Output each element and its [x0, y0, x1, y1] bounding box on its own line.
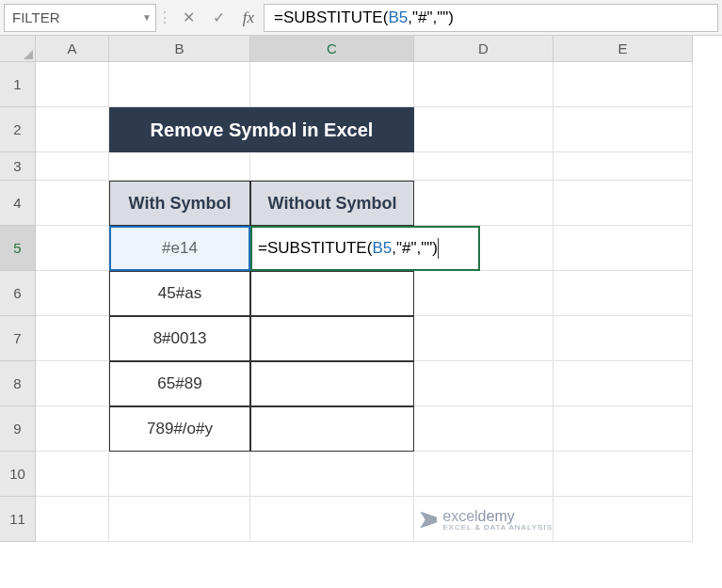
cell[interactable] — [36, 361, 109, 406]
cell-b8[interactable]: 65#89 — [109, 361, 250, 406]
table-header-with-symbol[interactable]: With Symbol — [109, 181, 250, 226]
select-all-button[interactable] — [0, 36, 36, 62]
row-header-7[interactable]: 7 — [0, 316, 36, 361]
cell[interactable] — [36, 62, 109, 107]
divider: ⋮ — [156, 4, 173, 32]
fx-icon[interactable]: fx — [233, 4, 264, 32]
page-title: Remove Symbol in Excel — [109, 107, 414, 152]
cell[interactable] — [554, 181, 693, 226]
col-header-e[interactable]: E — [554, 36, 693, 62]
cell[interactable] — [250, 452, 414, 497]
column-headers: A B C D E — [36, 36, 722, 62]
cell[interactable] — [414, 271, 554, 316]
editing-prefix: =SUBSTITUTE( — [258, 239, 372, 258]
cell[interactable] — [36, 452, 109, 497]
row-header-2[interactable]: 2 — [0, 107, 36, 152]
logo-icon — [420, 512, 437, 529]
name-box[interactable]: FILTER ▼ — [4, 4, 156, 32]
cell[interactable] — [554, 152, 693, 181]
cell[interactable] — [554, 107, 693, 152]
cell[interactable] — [36, 316, 109, 361]
cell-c7[interactable] — [250, 316, 414, 361]
brand-bold: demy — [478, 508, 515, 524]
cell[interactable] — [36, 181, 109, 226]
cell[interactable] — [36, 107, 109, 152]
row-headers: 1 2 3 4 5 6 7 8 9 10 11 — [0, 62, 36, 542]
row-header-8[interactable]: 8 — [0, 361, 36, 406]
cell-b9[interactable]: 789#/o#y — [109, 406, 250, 452]
cells-area: Remove Symbol in Excel =SUBSTITUTE(B5,"#… — [36, 62, 722, 542]
watermark: exceldemy EXCEL & DATA ANALYSIS — [420, 508, 553, 532]
text-cursor — [438, 238, 439, 259]
cell[interactable] — [36, 406, 109, 452]
cell-c6[interactable] — [250, 271, 414, 316]
cell[interactable] — [414, 316, 554, 361]
row-header-6[interactable]: 6 — [0, 271, 36, 316]
cell[interactable] — [414, 107, 554, 152]
cell[interactable] — [414, 452, 554, 497]
cell[interactable] — [554, 361, 693, 406]
formula-text-prefix: =SUBSTITUTE( — [274, 8, 388, 27]
cell[interactable] — [414, 181, 554, 226]
cell-c9[interactable] — [250, 406, 414, 452]
cell[interactable] — [36, 152, 109, 181]
cell[interactable] — [414, 361, 554, 406]
cell[interactable] — [250, 497, 414, 542]
cell[interactable] — [414, 62, 554, 107]
active-editing-cell[interactable]: =SUBSTITUTE(B5,"#","") — [250, 226, 480, 271]
cell[interactable] — [414, 152, 554, 181]
name-box-value: FILTER — [12, 9, 60, 25]
cell[interactable] — [109, 452, 250, 497]
editing-suffix: ,"#","") — [392, 239, 438, 258]
cell[interactable] — [109, 497, 250, 542]
cell[interactable] — [554, 226, 693, 271]
editing-ref: B5 — [372, 239, 392, 258]
col-header-a[interactable]: A — [36, 36, 109, 62]
cell[interactable] — [554, 452, 693, 497]
cell-b7[interactable]: 8#0013 — [109, 316, 250, 361]
formula-text-suffix: ,"#","") — [408, 8, 454, 27]
row-header-3[interactable]: 3 — [0, 152, 36, 181]
row-header-5[interactable]: 5 — [0, 226, 36, 271]
cell[interactable] — [554, 316, 693, 361]
cell[interactable] — [554, 406, 693, 452]
col-header-c[interactable]: C — [250, 36, 414, 62]
cell[interactable] — [554, 62, 693, 107]
brand-light: excel — [442, 508, 477, 524]
table-header-without-symbol[interactable]: Without Symbol — [250, 181, 414, 226]
cell-b6[interactable]: 45#as — [109, 271, 250, 316]
cell[interactable] — [36, 497, 109, 542]
row-header-11[interactable]: 11 — [0, 497, 36, 542]
row-header-10[interactable]: 10 — [0, 452, 36, 497]
cell[interactable] — [109, 62, 250, 107]
cell[interactable] — [109, 152, 250, 181]
cell[interactable] — [414, 406, 554, 452]
col-header-d[interactable]: D — [414, 36, 554, 62]
formula-input[interactable]: =SUBSTITUTE(B5,"#","") — [264, 4, 718, 32]
row-header-4[interactable]: 4 — [0, 181, 36, 226]
name-box-dropdown-icon[interactable]: ▼ — [142, 12, 152, 23]
col-header-b[interactable]: B — [109, 36, 250, 62]
formula-cell-ref: B5 — [388, 8, 408, 27]
cell[interactable] — [554, 497, 693, 542]
formula-bar: FILTER ▼ ⋮ ✕ ✓ fx =SUBSTITUTE(B5,"#","") — [0, 0, 722, 36]
enter-icon[interactable]: ✓ — [203, 4, 233, 32]
cell[interactable] — [250, 62, 414, 107]
brand-tagline: EXCEL & DATA ANALYSIS — [442, 523, 553, 532]
row-header-1[interactable]: 1 — [0, 62, 36, 107]
cell[interactable] — [36, 271, 109, 316]
cell[interactable] — [36, 226, 109, 271]
cell[interactable] — [250, 152, 414, 181]
cell[interactable] — [554, 271, 693, 316]
row-header-9[interactable]: 9 — [0, 406, 36, 452]
cell-b5[interactable]: #e14 — [109, 226, 250, 271]
spreadsheet-grid: A B C D E 1 2 3 4 5 6 7 8 9 10 11 Remove… — [0, 36, 722, 542]
cell-c8[interactable] — [250, 361, 414, 406]
cancel-icon[interactable]: ✕ — [173, 4, 203, 32]
